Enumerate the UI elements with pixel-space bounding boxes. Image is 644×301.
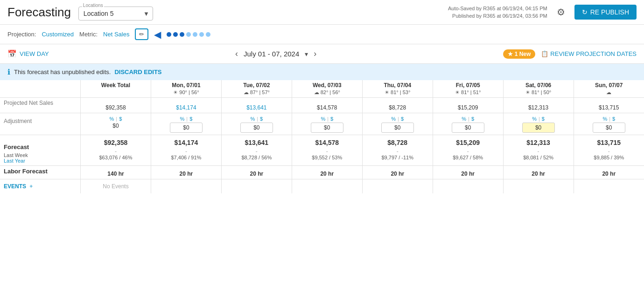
sat-label: Sat, 07/06: [507, 82, 570, 89]
calendar-icon: 📅: [7, 49, 17, 58]
adj-pct-thu[interactable]: %: [391, 116, 396, 122]
adj-pct-fri[interactable]: %: [462, 116, 466, 122]
right-actions: ★ 1 New 📋 REVIEW PROJECTION DATES: [503, 49, 637, 59]
col-header-label: [0, 80, 81, 98]
events-sat: [503, 179, 574, 194]
adj-dollar-wed[interactable]: $: [330, 116, 333, 122]
adj-input-sun[interactable]: [593, 123, 625, 133]
settings-button[interactable]: ⚙: [555, 5, 567, 20]
location-selector[interactable]: Locations Location 1 Location 2 Location…: [78, 7, 153, 21]
col-sat: Sat, 07/06 ☀ 81° | 50°: [503, 80, 574, 98]
adj-pct-sun[interactable]: %: [602, 116, 607, 122]
table-header-row: Week Total Mon, 07/01 ☀ 90° | 56° Tue, 0…: [0, 80, 644, 98]
proj-sun-val: $13,715: [574, 98, 644, 113]
forecast-sat: $12,313 - $8,081 / 52%: [503, 135, 574, 166]
table-row: Labor Forecast 140 hr 20 hr 20 hr 20 hr …: [0, 166, 644, 179]
adj-wed: %|$: [292, 113, 362, 135]
col-tue: Tue, 07/02 ☁ 87° | 57°: [221, 80, 292, 98]
adj-pct-wed[interactable]: %: [321, 116, 325, 122]
mon-label: Mon, 07/01: [155, 82, 217, 89]
events-thu: [362, 179, 433, 194]
labor-sun: 20 hr: [574, 166, 644, 179]
events-fri: [433, 179, 503, 194]
dot-3: [180, 32, 184, 37]
wed-label: Wed, 07/03: [296, 82, 358, 89]
adj-input-fri[interactable]: [452, 123, 484, 133]
adj-dollar-fri[interactable]: $: [471, 116, 474, 122]
adj-input-tue[interactable]: [240, 123, 273, 133]
proj-mon-val: $14,174: [151, 98, 221, 113]
metric-prefix: Metric:: [79, 31, 98, 38]
adj-pct-week[interactable]: %: [110, 116, 114, 122]
events-sun: [574, 179, 644, 194]
adj-input-thu[interactable]: [381, 123, 414, 133]
republish-icon: ↻: [582, 8, 588, 16]
adj-pct-mon[interactable]: %: [180, 116, 185, 122]
labor-tue: 20 hr: [221, 166, 292, 179]
adj-sat: %|$: [503, 113, 574, 135]
adj-dollar-tue[interactable]: $: [260, 116, 263, 122]
adj-input-mon[interactable]: [170, 123, 203, 133]
pagination-dots: [167, 32, 210, 37]
adj-dollar-week[interactable]: $: [119, 116, 122, 122]
review-projection-button[interactable]: 📋 REVIEW PROJECTION DATES: [541, 50, 637, 57]
prev-week-button[interactable]: ‹: [235, 49, 238, 59]
info-icon: ℹ: [7, 68, 10, 76]
labor-sat: 20 hr: [503, 166, 574, 179]
edit-metric-button[interactable]: ✏: [135, 28, 148, 40]
events-tue: [221, 179, 292, 194]
adj-dollar-thu[interactable]: $: [401, 116, 404, 122]
view-day-button[interactable]: 📅 VIEW DAY: [7, 49, 49, 58]
col-wed: Wed, 07/03 ☁ 82° | 56°: [292, 80, 362, 98]
next-week-button[interactable]: ›: [314, 49, 316, 59]
discard-edits-button[interactable]: DISCARD EDITS: [114, 68, 161, 75]
wed-weather: ☁ 82° | 56°: [296, 89, 358, 96]
adj-sun: %|$: [574, 113, 644, 135]
no-events-label: No Events: [103, 183, 128, 190]
published-line2: Published by R365 at 06/19/24, 03:56 PM: [448, 12, 547, 20]
adj-pct-tue[interactable]: %: [250, 116, 255, 122]
labor-thu: 20 hr: [362, 166, 433, 179]
thu-weather: ☀ 81° | 53°: [366, 89, 429, 96]
forecast-wed: $14,578 - $9,552 / 53%: [292, 135, 362, 166]
locations-label: Locations: [82, 3, 104, 8]
fri-label: Fri, 07/05: [437, 82, 499, 89]
col-thu: Thu, 07/04 ☀ 81° | 53°: [362, 80, 433, 98]
dot-6: [199, 32, 204, 37]
week-total-label: Week Total: [84, 82, 147, 89]
subheader: Projection: Customized Metric: Net Sales…: [0, 25, 644, 44]
projection-prefix: Projection:: [7, 31, 36, 38]
date-dropdown-icon[interactable]: ▾: [305, 50, 308, 58]
adj-thu: %|$: [362, 113, 433, 135]
adj-dollar-mon[interactable]: $: [189, 116, 192, 122]
table-row: EVENTS + No Events: [0, 179, 644, 194]
adj-dollar-sat[interactable]: $: [542, 116, 545, 122]
sun-label: Sun, 07/07: [578, 82, 640, 89]
republish-button[interactable]: ↻ RE PUBLISH: [574, 5, 637, 20]
dot-1: [167, 32, 171, 37]
labor-forecast-label: Labor Forecast: [0, 166, 81, 179]
add-event-button[interactable]: +: [29, 183, 33, 190]
view-day-label: VIEW DAY: [20, 50, 49, 57]
star-icon: ★: [508, 51, 513, 57]
forecast-tue: $13,641 - $8,728 / 56%: [221, 135, 292, 166]
events-wed: [292, 179, 362, 194]
tue-weather: ☁ 87° | 57°: [225, 89, 288, 96]
header: Forecasting Locations Location 1 Locatio…: [0, 0, 644, 25]
col-sun: Sun, 07/07 ☁: [574, 80, 644, 98]
new-badge-label: 1 New: [515, 51, 531, 57]
adj-input-wed[interactable]: [311, 123, 343, 133]
location-dropdown[interactable]: Location 1 Location 2 Location 3 Locatio…: [78, 7, 153, 21]
tue-label: Tue, 07/02: [225, 82, 288, 89]
dot-5: [193, 32, 197, 37]
adj-pct-sat[interactable]: %: [532, 116, 537, 122]
proj-fri-val: $15,209: [433, 98, 503, 113]
table-row: Adjustment %|$ $0 %|$ %|$ %|$: [0, 113, 644, 135]
adj-input-sat[interactable]: [522, 123, 555, 133]
adj-dollar-sun[interactable]: $: [612, 116, 615, 122]
table-row: Projected Net Sales $92,358 $14,174 $13,…: [0, 98, 644, 113]
proj-thu-val: $8,728: [362, 98, 433, 113]
app-title: Forecasting: [7, 5, 71, 20]
labor-mon: 20 hr: [151, 166, 221, 179]
adjustment-label: Adjustment: [0, 113, 81, 135]
